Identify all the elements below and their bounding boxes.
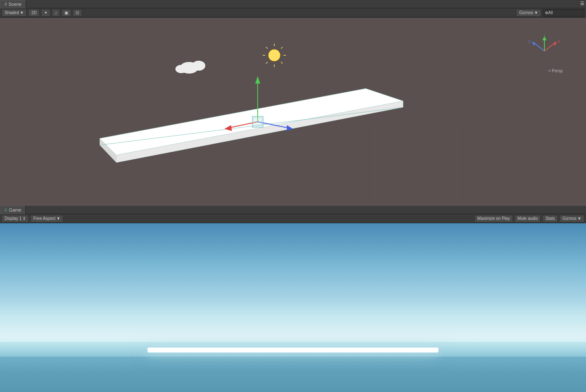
game-viewport: [0, 223, 586, 392]
game-panel: C Game ☰ Display 1 ⇕ Free Aspect ▼ Maxim…: [0, 206, 586, 392]
gizmos-label: Gizmos: [519, 10, 533, 15]
scene-tab[interactable]: # Scene: [0, 0, 26, 8]
game-tab-label: Game: [9, 207, 22, 212]
lighting-btn[interactable]: ✦: [41, 9, 50, 17]
scene-grid-bg: [0, 18, 586, 206]
shaded-chevron-icon: ▼: [20, 10, 24, 15]
svg-text:Y: Y: [543, 35, 546, 37]
shaded-label: Shaded: [5, 10, 19, 15]
mute-audio-label: Mute audio: [517, 216, 538, 221]
svg-point-44: [175, 65, 187, 73]
maximize-on-play-btn[interactable]: Maximize on Play: [475, 215, 513, 222]
scene-panel: # Scene ☰ Shaded ▼ 2D ✦ ♪ ▣ ⊡ Gizmos ▼: [0, 0, 586, 206]
gizmos-chevron-icon: ▼: [534, 10, 538, 15]
scene-tab-bar: # Scene ☰: [0, 0, 586, 8]
game-platform-object: [148, 348, 438, 353]
svg-point-33: [268, 49, 280, 61]
aspect-chevron-icon: ▼: [57, 216, 61, 221]
svg-marker-52: [532, 42, 535, 46]
game-tab-icon: C: [5, 208, 7, 212]
svg-rect-32: [254, 118, 262, 126]
svg-line-48: [544, 43, 555, 51]
game-gizmos-btn[interactable]: Gizmos ▼: [559, 215, 584, 222]
svg-text:X: X: [558, 39, 560, 44]
scene-toolbar: Shaded ▼ 2D ✦ ♪ ▣ ⊡ Gizmos ▼: [0, 8, 586, 17]
maximize-on-play-label: Maximize on Play: [478, 216, 510, 221]
display-dropdown-btn[interactable]: Display 1 ⇕: [2, 215, 29, 222]
svg-line-51: [534, 43, 544, 51]
display-chevron-icon: ⇕: [22, 216, 26, 221]
game-gizmos-chevron-icon: ▼: [577, 216, 581, 221]
svg-marker-46: [542, 36, 547, 40]
scene-search-input[interactable]: [543, 9, 584, 17]
aspect-label: Free Aspect: [33, 216, 55, 221]
2d-btn[interactable]: 2D: [28, 9, 39, 17]
svg-marker-49: [554, 42, 557, 46]
game-gizmos-label: Gizmos: [562, 216, 576, 221]
mute-audio-btn[interactable]: Mute audio: [515, 215, 541, 222]
scene-maximize-icon[interactable]: ☰: [580, 1, 584, 6]
fx-icon: ▣: [64, 10, 68, 15]
aspect-dropdown-btn[interactable]: Free Aspect ▼: [30, 215, 63, 222]
scene-toolbar-right: Gizmos ▼: [516, 9, 584, 17]
lighting-icon: ✦: [44, 10, 47, 15]
audio-icon: ♪: [55, 10, 57, 15]
game-tab-bar: C Game ☰: [0, 206, 586, 214]
2d-label: 2D: [31, 10, 37, 15]
persp-label: < Persp: [548, 69, 563, 73]
scene-tab-icon: #: [5, 2, 7, 7]
audio-btn[interactable]: ♪: [52, 9, 60, 17]
scene-visibility-btn[interactable]: ⊡: [73, 9, 82, 17]
axis-gizmo: Y X Z: [528, 35, 561, 68]
game-toolbar: Display 1 ⇕ Free Aspect ▼ Maximize on Pl…: [0, 214, 586, 223]
game-tab[interactable]: C Game: [0, 206, 26, 214]
shaded-dropdown-btn[interactable]: Shaded ▼: [2, 9, 27, 17]
scene-visibility-icon: ⊡: [76, 10, 79, 15]
svg-point-43: [192, 61, 205, 71]
fx-btn[interactable]: ▣: [62, 9, 71, 17]
display-label: Display 1: [5, 216, 22, 221]
scene-viewport[interactable]: Y X Z < Persp: [0, 18, 586, 206]
stats-label: Stats: [545, 216, 555, 221]
gizmos-btn[interactable]: Gizmos ▼: [516, 9, 541, 17]
stats-btn[interactable]: Stats: [542, 215, 558, 222]
scene-tab-label: Scene: [9, 2, 22, 7]
svg-text:Z: Z: [528, 39, 531, 44]
